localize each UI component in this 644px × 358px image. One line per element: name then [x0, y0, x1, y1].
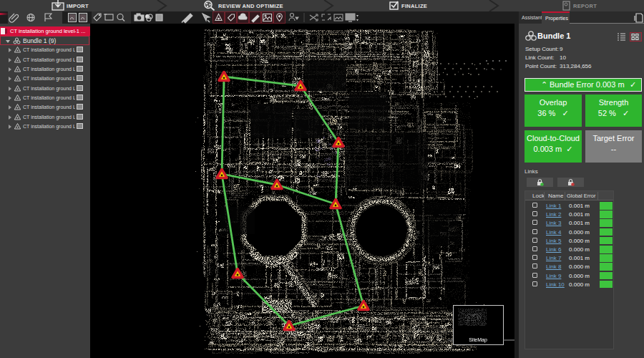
svg-text:SiteMap: SiteMap [469, 337, 487, 343]
